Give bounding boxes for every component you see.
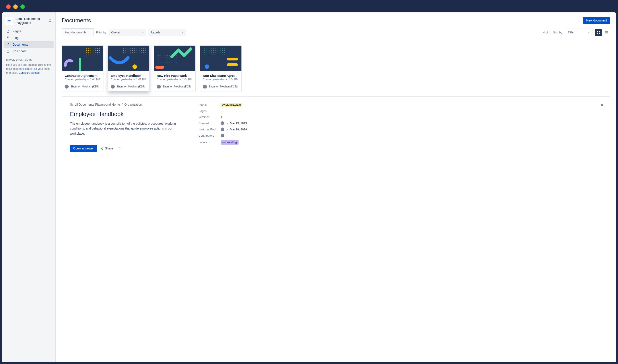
svg-point-32 [93, 52, 93, 53]
label-badge[interactable]: onboarding [221, 140, 238, 144]
document-card[interactable]: Employee Handbook Created yesterday at 2… [108, 45, 149, 91]
svg-point-58 [128, 50, 129, 51]
svg-point-97 [176, 58, 177, 58]
nav-item-label: Pages [13, 29, 21, 33]
avatar [221, 128, 224, 131]
svg-point-109 [163, 62, 163, 63]
new-document-button[interactable]: New document [583, 17, 610, 24]
document-card[interactable]: Contractor Agreement Created yesterday a… [62, 45, 104, 91]
open-viewer-button[interactable]: Open in viewer [70, 145, 97, 152]
svg-point-31 [91, 52, 91, 53]
svg-point-26 [95, 50, 96, 51]
svg-point-41 [97, 55, 98, 55]
search-input[interactable] [62, 28, 94, 36]
close-icon[interactable]: ✕ [600, 103, 604, 108]
svg-point-119 [207, 48, 207, 49]
meta-versions-value[interactable]: 1 [221, 115, 222, 119]
svg-point-99 [161, 60, 161, 60]
shortcuts-section-label: SPACE SHORTCUTS [3, 54, 53, 63]
content-header: Documents New document [56, 13, 616, 26]
svg-point-36 [86, 55, 87, 55]
svg-point-133 [215, 50, 216, 51]
quote-icon: ❞ [6, 36, 10, 40]
grid-view-button[interactable] [595, 29, 602, 36]
chevron-down-icon: ▾ [588, 31, 590, 34]
breadcrumb: Scroll Documents Playground Home / Organ… [70, 103, 185, 106]
avatar [65, 85, 69, 89]
avatar [111, 85, 115, 89]
svg-point-121 [211, 48, 212, 49]
svg-point-128 [204, 50, 205, 51]
nav-item-label: Documents [13, 43, 28, 46]
svg-point-111 [167, 62, 168, 63]
space-logo[interactable] [5, 17, 13, 25]
svg-point-78 [132, 65, 137, 69]
svg-point-105 [174, 60, 174, 60]
svg-point-27 [97, 50, 98, 51]
page-icon [6, 29, 10, 33]
window-maximize[interactable] [20, 4, 25, 9]
svg-rect-14 [62, 46, 103, 71]
nav-item-documents[interactable]: Documents [3, 41, 53, 48]
owner-dropdown[interactable]: Owner▾ [108, 29, 146, 36]
svg-point-152 [213, 55, 214, 55]
more-actions-button[interactable] [117, 145, 122, 152]
svg-point-65 [143, 50, 144, 51]
svg-point-75 [141, 52, 142, 53]
chevron-down-icon: ▾ [182, 31, 184, 34]
card-grid: Contractor Agreement Created yesterday a… [62, 45, 610, 91]
svg-point-38 [91, 55, 91, 55]
labels-dropdown[interactable]: Labels▾ [148, 29, 186, 36]
svg-point-45 [123, 48, 124, 49]
svg-point-17 [91, 48, 91, 49]
window-title-bar [2, 2, 616, 13]
svg-point-148 [204, 55, 205, 55]
star-icon[interactable] [48, 19, 52, 23]
svg-point-146 [222, 52, 223, 53]
window-minimize[interactable] [13, 4, 18, 9]
status-badge: UNDER REVIEW [221, 103, 242, 107]
configure-sidebar-link[interactable]: Configure sidebar [19, 71, 40, 74]
meta-modified-label: Last modified [198, 128, 221, 131]
window-close[interactable] [6, 4, 11, 9]
space-name[interactable]: Scroll Documents Playground [15, 17, 46, 25]
sort-dropdown[interactable]: Title▾ [565, 28, 592, 36]
svg-point-52 [139, 48, 140, 49]
svg-rect-7 [597, 31, 598, 32]
svg-point-168 [120, 148, 121, 148]
list-view-button[interactable] [603, 29, 610, 36]
document-card[interactable]: Non-Disclosure Agreem… Created yesterday… [200, 45, 242, 91]
doc-icon [6, 43, 10, 46]
svg-point-147 [224, 52, 225, 53]
svg-point-139 [207, 52, 207, 53]
share-button[interactable]: Share [100, 147, 113, 150]
card-thumbnail [154, 46, 195, 71]
document-card[interactable]: New Hire Paperwork Created yesterday at … [154, 45, 196, 91]
svg-point-74 [139, 52, 140, 53]
sort-label: Sort by [553, 31, 562, 34]
svg-point-60 [132, 50, 133, 51]
svg-point-34 [97, 52, 98, 53]
svg-point-92 [165, 58, 166, 58]
svg-point-130 [209, 50, 210, 51]
breadcrumb-home[interactable]: Scroll Documents Playground Home [70, 103, 120, 106]
svg-point-69 [128, 52, 129, 53]
svg-point-129 [207, 50, 207, 51]
svg-rect-43 [79, 58, 81, 71]
svg-point-143 [215, 52, 216, 53]
card-meta: Created yesterday at 2:04 PM [157, 78, 193, 81]
nav-item-label: Blog [13, 36, 19, 40]
breadcrumb-parent[interactable]: Organization [124, 103, 142, 106]
calendar-icon [6, 49, 10, 53]
meta-pages-value[interactable]: 5 [221, 109, 222, 113]
nav-item-blog[interactable]: ❞ Blog [3, 35, 53, 41]
meta-modified-value: on Mar 19, 2019 [226, 128, 247, 131]
nav-item-pages[interactable]: Pages [3, 28, 53, 35]
result-count: 4 of 4 [543, 31, 551, 34]
svg-point-48 [130, 48, 131, 49]
chevron-down-icon: ▾ [143, 31, 144, 34]
svg-rect-10 [599, 33, 600, 34]
svg-point-123 [215, 48, 216, 49]
meta-contributors-label: Contributors [198, 134, 221, 137]
nav-item-calendars[interactable]: Calendars [3, 48, 53, 54]
